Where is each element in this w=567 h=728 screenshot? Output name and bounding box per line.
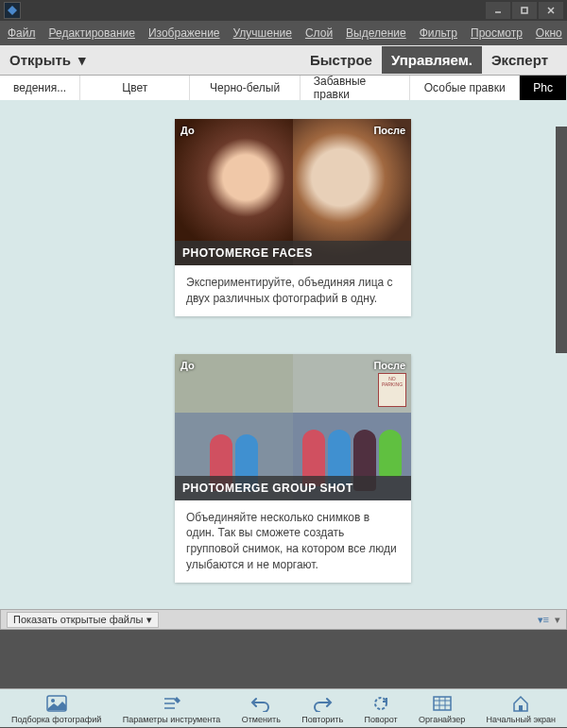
card-photomerge-faces[interactable]: До После PHOTOMERGE FACES Экспериментиру… [175,119,411,316]
menu-view[interactable]: Просмотр [471,26,523,40]
menu-edit[interactable]: Редактирование [49,26,135,40]
label-after: После [373,125,405,136]
tool-undo[interactable]: Отменить [238,693,284,724]
subtab-special[interactable]: Особые правки [410,76,520,100]
card-title: PHOTOMERGE FACES [182,246,404,260]
subtab-photomerge[interactable]: Phc [520,76,567,100]
view-options-icon[interactable]: ▾≡ [538,614,549,626]
content-area: До После PHOTOMERGE FACES Экспериментиру… [0,100,567,609]
tab-expert[interactable]: Эксперт [482,46,558,74]
subtab-intro[interactable]: ведения... [0,76,80,100]
open-button[interactable]: Открыть ▾ [9,52,86,69]
card-image: До После PHOTOMERGE FACES [175,119,411,265]
card-image: NOPARKING До После PHOTOMERGE GROUP SHOT [175,354,411,500]
tool-home[interactable]: Начальный экран [483,693,559,724]
svg-rect-11 [434,697,451,710]
svg-point-10 [375,698,387,709]
subtab-fun[interactable]: Забавные правки [301,76,410,100]
menu-select[interactable]: Выделение [346,26,406,40]
minimize-button[interactable] [486,2,510,19]
menu-image[interactable]: Изображение [148,26,220,40]
scrollbar-placeholder[interactable] [556,127,567,353]
tab-guided[interactable]: Управляем. [382,46,482,74]
no-parking-sign: NOPARKING [378,373,406,407]
rotate-icon [369,693,392,714]
tool-options[interactable]: Параметры инструмента [119,693,225,724]
menubar: Файл Редактирование Изображение Улучшени… [0,21,567,45]
card-title: PHOTOMERGE GROUP SHOT [182,482,404,495]
organizer-icon [431,693,454,714]
subtab-bw[interactable]: Черно-белый [190,76,300,100]
chevron-down-icon: ▾ [146,614,152,626]
card-photomerge-group[interactable]: NOPARKING До После PHOTOMERGE GROUP SHOT… [175,354,411,583]
svg-rect-2 [522,8,527,13]
close-button[interactable] [539,2,563,19]
subtab-color[interactable]: Цвет [80,76,190,100]
show-open-files-select[interactable]: Показать открытые файлы ▾ [7,612,159,628]
tool-redo[interactable]: Повторить [298,693,347,724]
menu-layer[interactable]: Слой [305,26,333,40]
app-icon [4,2,21,19]
menu-file[interactable]: Файл [8,26,36,40]
home-icon [509,693,532,714]
collapse-icon[interactable]: ▾ [555,614,560,626]
tool-rotate[interactable]: Поворот [361,693,402,724]
titlebar [0,0,567,21]
label-after: После [373,360,405,371]
maximize-button[interactable] [512,2,537,19]
modebar: Открыть ▾ Быстрое Управляем. Эксперт [0,45,567,76]
subtabs: ведения... Цвет Черно-белый Забавные пра… [0,76,567,100]
card-description: Объединяйте несколько снимков в один. Та… [175,500,411,583]
bottombar: Показать открытые файлы ▾ ▾≡ ▾ [0,609,567,630]
menu-window[interactable]: Окно [536,26,562,40]
menu-filter[interactable]: Фильтр [420,26,457,40]
undo-icon [249,693,272,714]
tool-organizer[interactable]: Органайзер [415,693,469,724]
panel-area [0,630,567,688]
label-before: До [180,360,195,371]
photo-bin-icon [45,693,68,714]
menu-enhance[interactable]: Улучшение [233,26,292,40]
tool-options-icon [161,693,183,714]
tab-quick[interactable]: Быстрое [301,46,382,74]
chevron-down-icon: ▾ [78,52,86,69]
card-description: Экспериментируйте, объединяя лица с двух… [175,265,411,316]
label-before: До [180,125,195,136]
redo-icon [311,693,334,714]
tool-photo-bin[interactable]: Подборка фотографий [8,693,105,724]
svg-marker-0 [8,6,17,15]
svg-point-6 [51,699,55,703]
svg-rect-16 [519,705,523,711]
bottom-toolbar: Подборка фотографий Параметры инструмент… [0,688,567,727]
